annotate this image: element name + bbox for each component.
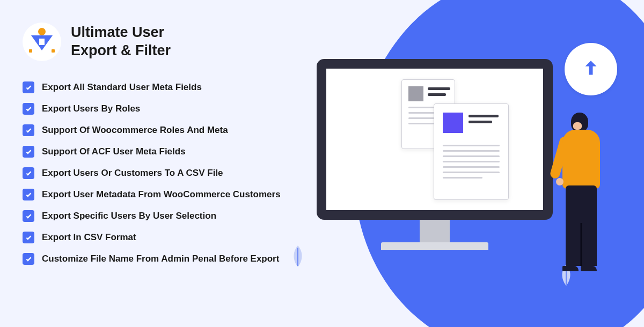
header: ↑ Ultimate User Export & Filter xyxy=(23,23,302,61)
list-item: Export Users Or Customers To A CSV File xyxy=(23,167,302,179)
check-icon xyxy=(23,146,34,158)
list-item: Export In CSV Format xyxy=(23,232,302,243)
upload-badge-icon xyxy=(565,43,617,95)
feature-text: Customize File Name From Admin Penal Bef… xyxy=(42,254,279,264)
list-item: Export User Metadata From WooCommerce Cu… xyxy=(23,189,302,200)
list-item: Support Of Woocommerce Roles And Meta xyxy=(23,124,302,136)
check-icon xyxy=(23,103,34,115)
check-icon xyxy=(23,253,34,265)
check-icon xyxy=(23,167,34,179)
list-item: Export Users By Roles xyxy=(23,103,302,115)
title-line-2: Export & Filter xyxy=(71,42,171,60)
person-icon xyxy=(547,113,612,279)
list-item: Export Specific Users By User Selection xyxy=(23,210,302,222)
feature-text: Export User Metadata From WooCommerce Cu… xyxy=(42,189,281,200)
title-line-1: Ultimate User xyxy=(71,24,171,42)
feature-text: Export Users By Roles xyxy=(42,103,140,114)
feature-text: Export Users Or Customers To A CSV File xyxy=(42,168,223,179)
list-item: Export All Standard User Meta Fields xyxy=(23,81,302,93)
check-icon xyxy=(23,210,34,222)
feature-text: Support Of Woocommerce Roles And Meta xyxy=(42,125,228,136)
left-column: ↑ Ultimate User Export & Filter Export A… xyxy=(23,23,302,265)
feature-text: Export All Standard User Meta Fields xyxy=(42,82,202,93)
feature-text: Export Specific Users By User Selection xyxy=(42,211,216,221)
check-icon xyxy=(23,189,34,200)
feature-list: Export All Standard User Meta Fields Exp… xyxy=(23,81,302,265)
check-icon xyxy=(23,232,34,243)
logo-icon: ↑ xyxy=(23,23,61,61)
list-item: Support Of ACF User Meta Fields xyxy=(23,146,302,158)
page-title: Ultimate User Export & Filter xyxy=(71,24,171,60)
illustration xyxy=(317,43,606,300)
check-icon xyxy=(23,124,34,136)
check-icon xyxy=(23,81,34,93)
monitor-icon xyxy=(317,59,553,250)
feature-text: Export In CSV Format xyxy=(42,232,136,243)
list-item: Customize File Name From Admin Penal Bef… xyxy=(23,253,302,265)
feature-text: Support Of ACF User Meta Fields xyxy=(42,146,186,157)
document-front-icon xyxy=(434,103,509,200)
monitor-screen xyxy=(317,59,553,220)
